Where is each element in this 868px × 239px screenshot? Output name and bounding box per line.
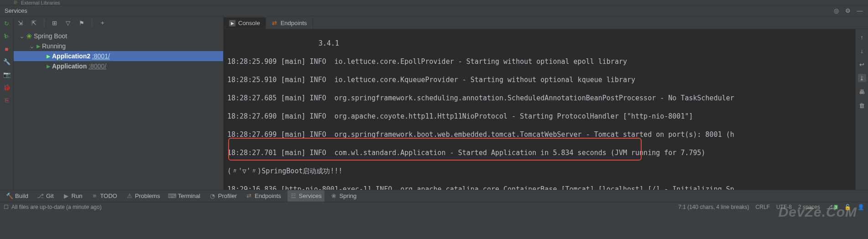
tree-label-running: Running bbox=[42, 42, 66, 50]
caret-position[interactable]: 7:1 (140 chars, 4 line breaks) bbox=[678, 204, 749, 210]
log-line: (〃'▽'〃)SpringBoot启动成功!!! bbox=[227, 166, 864, 176]
tree-label-app1: Application2 :8001/ bbox=[52, 52, 110, 60]
tool-services[interactable]: ☲Services bbox=[288, 190, 324, 202]
clear-icon[interactable]: 🗑 bbox=[858, 101, 866, 109]
tab-console[interactable]: ▶ Console bbox=[224, 17, 266, 29]
readonly-lock-icon[interactable]: 🔓 bbox=[844, 204, 851, 210]
camera-icon[interactable]: 📷 bbox=[3, 70, 11, 78]
collapse-all-icon[interactable]: ⇱ bbox=[30, 19, 37, 26]
bug-green-icon[interactable]: 🐞 bbox=[3, 83, 11, 91]
tool-build[interactable]: 🔨Build bbox=[4, 190, 31, 202]
tool-run[interactable]: ▶Run bbox=[60, 190, 85, 202]
status-bar: ☐ All files are up-to-date (a minute ago… bbox=[0, 202, 868, 212]
print-icon[interactable]: 🖶 bbox=[858, 88, 866, 96]
run-icon: ▶ bbox=[63, 193, 69, 199]
tool-profiler[interactable]: ◔Profiler bbox=[207, 190, 240, 202]
panel-title: Services bbox=[5, 7, 27, 14]
inspection-indicator[interactable]: 👤 bbox=[858, 204, 864, 210]
log-line: 18:28:25.909 [main] INFO io.lettuce.core… bbox=[227, 57, 864, 67]
log-line: 18:28:25.910 [main] INFO io.lettuce.core… bbox=[227, 75, 864, 85]
tree-node-app1[interactable]: ▶ Application2 :8001/ bbox=[14, 51, 223, 61]
target-icon[interactable]: ◎ bbox=[832, 7, 840, 15]
rerun-icon[interactable]: ↻ bbox=[3, 19, 11, 27]
bookmark-icon[interactable]: ⚑ bbox=[78, 19, 85, 26]
tree-label-app2: Application :8000/ bbox=[52, 62, 106, 70]
tool-todo[interactable]: ≡TODO bbox=[89, 190, 120, 202]
stop-icon[interactable]: ■ bbox=[3, 45, 11, 53]
chevron-down-icon: ⌄ bbox=[19, 32, 25, 40]
grid-icon[interactable]: ⊞ bbox=[51, 19, 58, 26]
gear-icon[interactable]: ⚙ bbox=[844, 7, 852, 15]
tree-node-springboot[interactable]: ⌄ ❀ Spring Boot bbox=[14, 31, 223, 41]
run-gutter: ↻ ⛷ ■ 🔧 📷 🐞 ⎘ bbox=[0, 16, 14, 190]
tab-console-label: Console bbox=[238, 20, 260, 26]
console-output[interactable]: 3.4.1 18:28:25.909 [main] INFO io.lettuc… bbox=[224, 29, 868, 190]
tree-node-running[interactable]: ⌄ ▶ Running bbox=[14, 41, 223, 51]
tab-endpoints-label: Endpoints bbox=[281, 20, 307, 26]
indent-setting[interactable]: 2 spaces bbox=[798, 204, 820, 210]
tree-toolbar: ⇲ ⇱ ⊞ ▽ ⚑ ＋ bbox=[14, 16, 223, 29]
log-line: 18:29:16.836 [http-nio-8001-exec-1] INFO… bbox=[227, 184, 864, 190]
scroll-to-end-icon[interactable]: ⤓ bbox=[858, 74, 866, 82]
log-line: 18:28:27.699 [main] INFO org.springframe… bbox=[227, 130, 864, 140]
services-tree[interactable]: ⌄ ❀ Spring Boot ⌄ ▶ Running ▶ Applicatio… bbox=[14, 29, 223, 73]
tool-spring[interactable]: ❀Spring bbox=[328, 190, 360, 202]
run-status-icon: ▶ bbox=[37, 43, 40, 49]
filter-icon[interactable]: ▽ bbox=[64, 19, 72, 26]
git-branch-status[interactable]: ⎇ 3 bbox=[826, 204, 838, 210]
tree-node-app2[interactable]: ▶ Application :8000/ bbox=[14, 61, 223, 71]
git-branch-icon: ⎇ bbox=[37, 193, 44, 199]
log-line: 18:28:27.690 [main] INFO org.apache.coyo… bbox=[227, 111, 864, 121]
console-tabs: ▶ Console ⇄ Endpoints bbox=[224, 16, 868, 29]
services-icon: ☲ bbox=[290, 193, 297, 199]
status-message: All files are up-to-date (a minute ago) bbox=[11, 204, 101, 210]
tab-endpoints[interactable]: ⇄ Endpoints bbox=[266, 17, 313, 29]
profiler-icon: ◔ bbox=[209, 193, 216, 199]
minimize-icon[interactable]: — bbox=[856, 7, 863, 15]
tool-git[interactable]: ⎇Git bbox=[35, 190, 57, 202]
soft-wrap-icon[interactable]: ↩ bbox=[858, 60, 866, 68]
tool-terminal[interactable]: ⌨Terminal bbox=[167, 190, 203, 202]
endpoints-tab-icon: ⇄ bbox=[272, 20, 278, 26]
file-encoding[interactable]: UTF-8 bbox=[776, 204, 792, 210]
vcs-status-icon[interactable]: ☐ bbox=[4, 204, 9, 210]
console-panel: ▶ Console ⇄ Endpoints 3.4.1 18:28:25.909… bbox=[224, 16, 868, 190]
tool-window-bar: 🔨Build ⎇Git ▶Run ≡TODO ⚠Problems ⌨Termin… bbox=[0, 190, 868, 202]
line-separator[interactable]: CRLF bbox=[756, 204, 770, 210]
chevron-down-icon: ⌄ bbox=[29, 42, 35, 50]
spring-icon: ❀ bbox=[26, 32, 32, 40]
expand-all-icon[interactable]: ⇲ bbox=[16, 19, 24, 26]
project-tree-remnant: ⊪ External Libraries bbox=[0, 0, 868, 5]
log-line: 18:28:27.685 [main] INFO org.springframe… bbox=[227, 93, 864, 103]
todo-icon: ≡ bbox=[91, 193, 98, 199]
services-tree-panel: ⇲ ⇱ ⊞ ▽ ⚑ ＋ ⌄ ❀ Spring Boot ⌄ ▶ Running … bbox=[14, 16, 224, 190]
wrench-icon[interactable]: 🔧 bbox=[3, 57, 11, 66]
warning-icon: ⚠ bbox=[126, 193, 133, 199]
tool-endpoints[interactable]: ⇄Endpoints bbox=[243, 190, 284, 202]
scroll-down-icon[interactable]: ↓ bbox=[858, 47, 866, 55]
console-right-gutter: ↑ ↓ ↩ ⤓ 🖶 🗑 bbox=[855, 29, 868, 190]
tree-label-root: Spring Boot bbox=[34, 32, 67, 40]
console-tab-icon: ▶ bbox=[229, 20, 235, 26]
add-icon[interactable]: ＋ bbox=[99, 19, 106, 26]
services-panel-header: Services ◎ ⚙ — bbox=[0, 5, 868, 16]
spring-icon: ❀ bbox=[331, 193, 337, 199]
hammer-icon: 🔨 bbox=[6, 193, 13, 199]
scroll-up-icon[interactable]: ↑ bbox=[858, 33, 866, 41]
run-status-icon: ▶ bbox=[47, 63, 50, 69]
exit-icon[interactable]: ⎘ bbox=[3, 96, 11, 104]
run-status-icon: ▶ bbox=[47, 53, 50, 59]
rerun-debug-icon[interactable]: ⛷ bbox=[3, 32, 11, 40]
tool-problems[interactable]: ⚠Problems bbox=[124, 190, 163, 202]
terminal-icon: ⌨ bbox=[169, 193, 176, 199]
endpoints-icon: ⇄ bbox=[246, 193, 252, 199]
log-line: 18:28:27.701 [main] INFO com.wl.standard… bbox=[227, 148, 864, 158]
spring-version: 3.4.1 bbox=[227, 38, 864, 48]
